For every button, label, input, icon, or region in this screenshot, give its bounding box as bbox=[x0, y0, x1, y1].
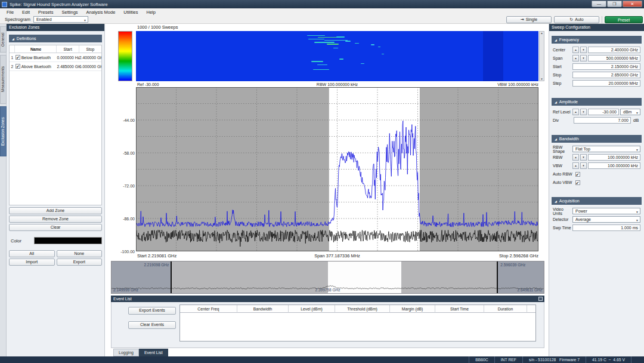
event-column-header[interactable]: Margin (dB) bbox=[390, 305, 435, 313]
maximize-button[interactable]: ❐ bbox=[607, 1, 622, 7]
waterfall-dark-band bbox=[483, 31, 503, 81]
event-column-header[interactable]: Start Time bbox=[435, 305, 484, 313]
detector-dropdown[interactable]: Average▼ bbox=[572, 216, 640, 223]
rbw-step-down[interactable]: ▼ bbox=[580, 154, 587, 161]
minimize-button[interactable]: — bbox=[592, 1, 606, 7]
all-button[interactable]: All bbox=[9, 250, 55, 257]
rbw-input[interactable]: 100.000000 kHz bbox=[588, 154, 640, 161]
close-button[interactable]: ✕ bbox=[623, 1, 642, 7]
spectrogram-waterfall[interactable] bbox=[136, 31, 538, 81]
zone-enabled-checkbox[interactable]: ✔ bbox=[16, 55, 20, 60]
video-units-dropdown[interactable]: Power▼ bbox=[572, 208, 640, 214]
scroll-down-icon[interactable]: ▼ bbox=[540, 78, 544, 81]
event-header-filler bbox=[527, 305, 535, 313]
menu-item-settings[interactable]: Settings bbox=[57, 10, 82, 15]
sweep-configuration-panel: Sweep Configuration ◢Frequency Center ▲▼… bbox=[549, 24, 644, 356]
detector-label: Detector bbox=[553, 217, 572, 222]
event-column-header[interactable]: Bandwidth bbox=[237, 305, 289, 313]
menu-item-analysis-mode[interactable]: Analysis Mode bbox=[82, 10, 120, 15]
rbw-step-up[interactable]: ▲ bbox=[572, 154, 579, 161]
menu-item-help[interactable]: Help bbox=[143, 10, 160, 15]
add-zone-button[interactable]: Add Zone bbox=[9, 207, 102, 214]
vbw-input[interactable]: 100.000000 kHz bbox=[588, 162, 640, 169]
bottom-tab-event-list[interactable]: Event List bbox=[139, 349, 168, 356]
amplitude-section-header[interactable]: ◢Amplitude bbox=[552, 98, 642, 106]
export-button[interactable]: Export bbox=[57, 259, 103, 266]
waterfall-signal-streak bbox=[378, 47, 381, 48]
span-step-down[interactable]: ▼ bbox=[580, 55, 587, 61]
waterfall-signal-streak bbox=[308, 39, 324, 40]
waterfall-signal-streak bbox=[311, 61, 323, 62]
menu-item-file[interactable]: File bbox=[2, 10, 18, 15]
exclusion-zone-row[interactable]: 2✔Above Bluetooth2.485000 GHz6.000000 GH… bbox=[10, 62, 101, 71]
amplitude-tick-label: -72.00 bbox=[114, 184, 135, 188]
frequency-section-header[interactable]: ◢Frequency bbox=[552, 36, 642, 44]
zone-enabled-checkbox[interactable]: ✔ bbox=[16, 64, 20, 69]
spectrogram-dropdown[interactable]: Enabled▼ bbox=[33, 16, 88, 23]
side-tab-exclusion-zones[interactable]: Exclusion Zones bbox=[0, 106, 7, 156]
none-button[interactable]: None bbox=[57, 250, 103, 257]
spectrum-plot[interactable] bbox=[136, 87, 538, 251]
acquisition-section-header[interactable]: ◢Acquisition bbox=[552, 197, 642, 205]
scroll-up-icon[interactable]: ▲ bbox=[540, 32, 544, 35]
step-input[interactable]: 20.000000 MHz bbox=[572, 80, 640, 87]
menu-item-utilities[interactable]: Utilities bbox=[119, 10, 142, 15]
ref-step-down[interactable]: ▼ bbox=[580, 109, 587, 115]
preset-button[interactable]: Preset bbox=[605, 16, 643, 23]
event-column-header[interactable]: Threshold (dBm) bbox=[335, 305, 390, 313]
collapse-icon: ◢ bbox=[12, 37, 14, 41]
import-button[interactable]: Import bbox=[9, 259, 55, 266]
event-column-header[interactable]: Duration bbox=[484, 305, 527, 313]
definitions-section-header[interactable]: ◢Definitions bbox=[9, 35, 102, 42]
rbw-shape-dropdown[interactable]: Flat Top▼ bbox=[572, 146, 640, 152]
auto-sweep-button[interactable]: ↻Auto bbox=[554, 16, 599, 23]
event-column-header[interactable]: Level (dBm) bbox=[289, 305, 335, 313]
center-step-up[interactable]: ▲ bbox=[572, 47, 579, 53]
overview-max-label: 2.649611 GHz bbox=[518, 288, 542, 292]
span-input[interactable]: 500.000000 MHz bbox=[588, 55, 640, 61]
side-tab-measurements[interactable]: Measurements bbox=[0, 55, 7, 104]
clear-events-button[interactable]: Clear Events bbox=[128, 321, 176, 329]
event-column-header[interactable]: Center Freq bbox=[180, 305, 237, 313]
div-label: Div bbox=[553, 118, 574, 122]
title-bar[interactable]: Spike: Signal Hound Spectrum Analyzer So… bbox=[0, 0, 644, 8]
div-unit-label: dB bbox=[633, 118, 640, 123]
exclusion-panel-title: Exclusion Zones bbox=[7, 24, 104, 31]
vbw-step-up[interactable]: ▲ bbox=[572, 162, 579, 169]
side-tab-general[interactable]: General bbox=[0, 26, 7, 53]
chevron-down-icon: ▼ bbox=[636, 210, 639, 215]
center-freq-input[interactable]: 2.400000 GHz bbox=[588, 47, 640, 53]
auto-vbw-checkbox[interactable]: ✔ bbox=[575, 180, 580, 185]
menu-item-edit[interactable]: Edit bbox=[18, 10, 34, 15]
start-freq-input[interactable]: 2.150000 GHz bbox=[572, 63, 640, 70]
ref-level-input[interactable]: -30.000 bbox=[588, 109, 619, 115]
exclusion-zone-row[interactable]: 1✔Below Bluetooth0.000000 Hz2.400000 GHz bbox=[10, 53, 101, 62]
frequency-overview-bar[interactable]: 2.219098 GHz 2.596039 GHz 2.149999 GHz 2… bbox=[111, 261, 544, 294]
bottom-tab-logging[interactable]: Logging bbox=[113, 349, 139, 356]
div-input[interactable]: 7.000 bbox=[574, 117, 631, 124]
chevron-down-icon: ▼ bbox=[636, 147, 639, 153]
stop-freq-input[interactable]: 2.650000 GHz bbox=[572, 72, 640, 78]
event-list-title[interactable]: Event List bbox=[111, 296, 544, 302]
remove-zone-button[interactable]: Remove Zone bbox=[9, 216, 102, 223]
popout-icon[interactable] bbox=[538, 297, 543, 301]
spectrogram-scrollbar[interactable]: ▲ ▼ bbox=[539, 31, 544, 81]
clear-zones-button[interactable]: Clear bbox=[9, 224, 102, 231]
swp-time-input[interactable]: 1.000 ms bbox=[572, 224, 640, 231]
ref-step-up[interactable]: ▲ bbox=[572, 109, 579, 115]
center-step-down[interactable]: ▼ bbox=[580, 47, 587, 53]
menu-item-presets[interactable]: Presets bbox=[34, 10, 57, 15]
bandwidth-section-header[interactable]: ◢Bandwidth bbox=[552, 135, 642, 143]
rbw-readout: RBW 100.000000 kHz bbox=[136, 82, 538, 87]
export-events-button[interactable]: Export Events bbox=[128, 307, 176, 315]
sweeps-counter: 1000 / 1000 Sweeps bbox=[137, 24, 178, 30]
color-swatch[interactable] bbox=[34, 237, 102, 244]
auto-rbw-checkbox[interactable]: ✔ bbox=[575, 172, 580, 177]
ref-unit-dropdown[interactable]: dBm▼ bbox=[620, 109, 640, 115]
single-sweep-button[interactable]: ⇥Single bbox=[506, 16, 552, 23]
zone-name: Above Bluetooth bbox=[21, 64, 51, 69]
overview-center-label: 2.399758 GHz bbox=[112, 288, 544, 292]
span-step-up[interactable]: ▲ bbox=[572, 55, 579, 61]
vbw-step-down[interactable]: ▼ bbox=[580, 162, 587, 169]
swp-time-label: Swp Time bbox=[553, 226, 572, 230]
